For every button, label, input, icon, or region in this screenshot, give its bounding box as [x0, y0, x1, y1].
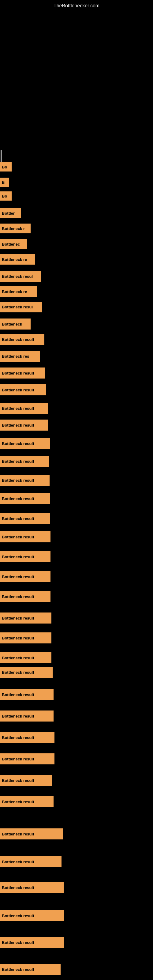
bottleneck-bar-label: Bottleneck result — [2, 478, 34, 483]
bottleneck-bar-label: Bottleneck result — [2, 885, 34, 890]
bottleneck-bar-label: Bottleneck re — [2, 257, 27, 262]
bottleneck-bar: Bottleneck result — [0, 438, 50, 449]
bottleneck-bar-label: Bo — [2, 194, 7, 199]
bottleneck-bar: Bottleneck result — [0, 591, 51, 602]
bottleneck-bar: Bottleneck result — [0, 856, 62, 867]
bottleneck-bar-label: Bottleneck result — [2, 967, 34, 972]
bottleneck-bar: Bottleneck result — [0, 551, 51, 562]
bottleneck-bar-label: Bottleneck result — [2, 459, 34, 464]
bottleneck-bar-label: Bottleneck result — [2, 535, 34, 539]
bottleneck-bar: Bottleneck result — [0, 753, 54, 764]
bottleneck-bar: Bottleneck result — [0, 368, 45, 379]
bottleneck-bar: Bottleneck result — [0, 667, 53, 678]
bottleneck-bar: Bottleneck re — [0, 254, 35, 265]
bottleneck-bar: Bottleneck result — [0, 531, 51, 542]
bottleneck-bar-label: Bottleneck result — [2, 441, 34, 446]
bottleneck-bar-label: Bottleneck res — [2, 354, 29, 359]
bottleneck-bar: Bottleneck result — [0, 513, 50, 524]
bottleneck-bar-label: Bottleneck result — [2, 423, 34, 428]
bottleneck-bar-label: Bottleneck result — [2, 555, 34, 559]
bottleneck-bar-label: Bottleneck result — [2, 714, 34, 719]
bottleneck-bar-label: Bottleneck resul — [2, 274, 33, 279]
bottleneck-bar: Bottleneck resul — [0, 271, 41, 282]
bottleneck-bar-label: Bottleneck result — [2, 735, 34, 740]
bottleneck-bar: Bottleneck result — [0, 796, 54, 807]
bottleneck-bar-label: Bottleneck result — [2, 516, 34, 521]
bottleneck-bar: Bottleneck result — [0, 882, 64, 893]
bottleneck-bar-label: B — [2, 180, 5, 185]
bottleneck-bar: Bo — [0, 191, 12, 200]
bottleneck-bar: Bottleneck result — [0, 493, 50, 504]
bottleneck-bar-label: Bottleneck re — [2, 290, 27, 294]
bottleneck-bar-label: Bo — [2, 165, 7, 169]
bottleneck-bar: Bottleneck result — [0, 652, 51, 663]
bottleneck-bar-label: Bottleneck result — [2, 778, 34, 783]
bottleneck-bar: Bottlenec — [0, 239, 27, 249]
bottleneck-bar-label: Bottleneck result — [2, 670, 34, 675]
bottleneck-bar: Bottleneck result — [0, 775, 52, 786]
bottleneck-bar: Bo — [0, 162, 12, 172]
bottleneck-bar: Bottleneck result — [0, 403, 48, 414]
bottleneck-bar-label: Bottleneck resul — [2, 305, 33, 309]
site-title: TheBottlenecker.com — [54, 3, 99, 9]
bottleneck-bar-label: Bottleneck result — [2, 616, 34, 620]
bottleneck-bar: Bottleneck result — [0, 420, 48, 431]
bottleneck-bar: Bottleneck result — [0, 384, 46, 395]
bottleneck-bar: Bottleneck result — [0, 456, 49, 467]
bottleneck-bar-label: Bottleneck result — [2, 388, 34, 392]
bottleneck-bar-label: Bottleneck result — [2, 800, 34, 804]
bottleneck-bar: Bottleneck result — [0, 689, 54, 700]
bottleneck-bar: Bottleneck result — [0, 964, 61, 975]
bottleneck-bar: Bottleneck result — [0, 732, 54, 743]
bottleneck-bar: Bottleneck r — [0, 224, 30, 233]
bottleneck-bar: Bottleneck — [0, 318, 30, 329]
bottleneck-bar-label: Bottleneck result — [2, 574, 34, 579]
bottleneck-bar-label: Bottleneck result — [2, 337, 34, 342]
bottleneck-bar-label: Bottleneck result — [2, 692, 34, 697]
bottleneck-bar: Bottleneck result — [0, 937, 64, 948]
bottleneck-bar-label: Bottleneck — [2, 322, 22, 326]
bottleneck-bar-label: Bottleneck result — [2, 940, 34, 945]
bottleneck-bar-label: Bottleneck result — [2, 496, 34, 501]
bottleneck-bar: Bottleneck result — [0, 829, 63, 840]
bottleneck-bar: Bottleneck result — [0, 571, 51, 582]
bottleneck-bar: Bottleneck re — [0, 286, 37, 297]
bottleneck-bar-label: Bottleneck result — [2, 860, 34, 864]
bottleneck-bar: Bottlen — [0, 208, 21, 218]
bottleneck-bar: Bottleneck result — [0, 910, 64, 921]
bottleneck-bar-label: Bottleneck result — [2, 371, 34, 375]
bottleneck-bar: B — [0, 178, 9, 187]
bottleneck-bar: Bottleneck res — [0, 351, 40, 362]
bottleneck-bar: Bottleneck result — [0, 475, 49, 486]
bottleneck-bar: Bottleneck result — [0, 711, 54, 722]
bottleneck-bar: Bottleneck result — [0, 334, 45, 345]
bottleneck-bar-label: Bottleneck result — [2, 656, 34, 660]
bottleneck-bar-label: Bottleneck result — [2, 832, 34, 836]
bottleneck-bar: Bottleneck result — [0, 632, 51, 643]
bottleneck-bar-label: Bottleneck result — [2, 757, 34, 761]
bottleneck-bar: Bottleneck resul — [0, 302, 42, 312]
bottleneck-bar-label: Bottleneck result — [2, 406, 34, 411]
bottleneck-bar-label: Bottleneck result — [2, 595, 34, 599]
bottleneck-bar-label: Bottleneck result — [2, 913, 34, 918]
bottleneck-bar: Bottleneck result — [0, 612, 51, 624]
bottleneck-bar-label: Bottleneck r — [2, 226, 25, 231]
bottleneck-bar-label: Bottleneck result — [2, 636, 34, 640]
bottleneck-bar-label: Bottlen — [2, 211, 16, 216]
bottleneck-bar-label: Bottlenec — [2, 242, 20, 247]
